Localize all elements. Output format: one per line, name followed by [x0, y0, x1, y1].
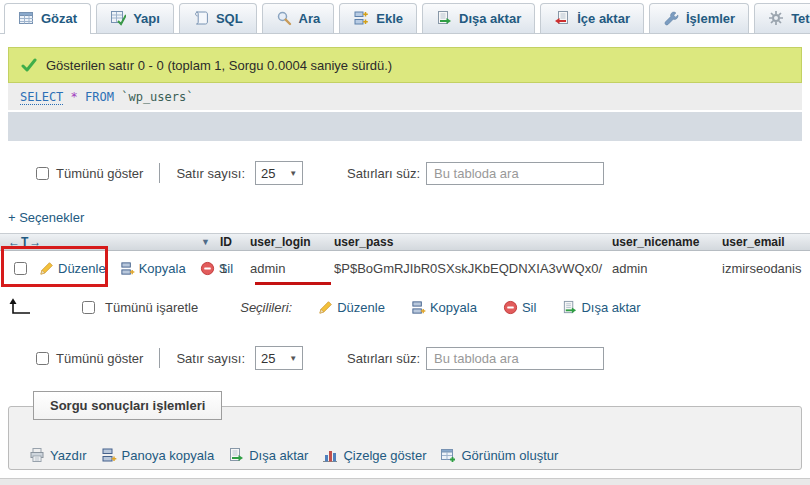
filter-rows-input-top[interactable] — [426, 162, 604, 185]
with-selected-label: Seçilileri: — [240, 300, 292, 315]
page-rows-label: Satır sayısı: — [176, 166, 245, 181]
copy-clipboard-link[interactable]: Panoya kopyala — [101, 447, 215, 463]
tab-structure[interactable]: Yapı — [96, 3, 174, 33]
check-all-checkbox[interactable] — [82, 301, 95, 314]
display-chart-label: Çizelge göster — [343, 448, 426, 463]
edit-row-link[interactable]: Düzenle — [39, 261, 106, 276]
bottom-controls: Tümünü göster Satır sayısı: 25 ▼ Satırla… — [36, 345, 810, 371]
header-user-login[interactable]: user_login — [250, 235, 334, 249]
triggers-icon — [768, 10, 784, 26]
create-view-link[interactable]: Görünüm oluştur — [440, 447, 558, 463]
with-selected-bar: Tümünü işaretle Seçilileri: Düzenle Kopy… — [8, 295, 810, 319]
show-all-checkbox-bottom[interactable]: Tümünü göster — [36, 351, 143, 366]
tab-label: Ekle — [376, 11, 403, 26]
sort-icon[interactable]: ▼ — [201, 237, 210, 247]
printer-icon — [29, 447, 45, 463]
options-toggle-link[interactable]: + Seçenekler — [8, 210, 84, 225]
tab-import[interactable]: İçe aktar — [540, 3, 644, 33]
tab-label: Tetikleyiciler — [791, 11, 810, 26]
show-all-checkbox-input[interactable] — [36, 167, 49, 180]
success-check-icon — [21, 57, 37, 73]
print-label: Yazdır — [50, 448, 87, 463]
success-text: Gösterilen satır 0 - 0 (toplam 1, Sorgu … — [46, 58, 392, 73]
page-size-select-bottom[interactable]: 25 ▼ — [255, 346, 303, 370]
filter-rows-label: Satırları süz: — [347, 166, 420, 181]
header-user-nicename[interactable]: user_nicename — [612, 235, 722, 249]
pencil-icon — [318, 300, 333, 315]
selected-export-label: Dışa aktar — [581, 300, 640, 315]
header-user-email[interactable]: user_email — [722, 235, 810, 249]
insert-icon — [353, 10, 369, 26]
chevron-down-icon: ▼ — [289, 354, 297, 363]
with-selected-arrow-icon — [8, 297, 32, 317]
selected-delete-link[interactable]: Sil — [503, 300, 536, 315]
show-all-label: Tümünü göster — [56, 351, 143, 366]
show-all-checkbox-input[interactable] — [36, 352, 49, 365]
page-size-value: 25 — [261, 166, 275, 181]
browse-icon — [18, 10, 34, 26]
display-chart-link[interactable]: Çizelge göster — [322, 447, 426, 463]
tab-label: İşlemler — [686, 11, 735, 26]
selected-copy-link[interactable]: Kopyala — [411, 300, 477, 315]
tab-sql[interactable]: SQL — [179, 3, 257, 33]
sql-from-keyword: FROM — [85, 90, 114, 104]
show-all-checkbox-top[interactable]: Tümünü göster — [36, 166, 143, 181]
success-message: Gösterilen satır 0 - 0 (toplam 1, Sorgu … — [8, 47, 802, 83]
operations-icon — [663, 10, 679, 26]
filter-rows-input-bottom[interactable] — [426, 347, 604, 370]
sql-select-link[interactable]: SELECT — [20, 90, 63, 105]
tab-operations[interactable]: İşlemler — [649, 3, 749, 33]
search-icon — [276, 10, 292, 26]
export-icon — [436, 10, 452, 26]
copy-icon — [411, 300, 426, 315]
copy-label: Kopyala — [139, 261, 186, 276]
column-arrows-link[interactable]: ←T→ — [8, 235, 42, 249]
tab-label: SQL — [216, 11, 243, 26]
tab-insert[interactable]: Ekle — [339, 3, 417, 33]
tab-browse[interactable]: Gözat — [4, 3, 91, 34]
header-id[interactable]: ID — [220, 235, 250, 249]
copy-icon — [101, 447, 117, 463]
create-view-icon — [440, 447, 456, 463]
print-link[interactable]: Yazdır — [29, 447, 87, 463]
create-view-label: Görünüm oluştur — [461, 448, 558, 463]
export-results-link[interactable]: Dışa aktar — [228, 447, 308, 463]
page-rows-label: Satır sayısı: — [176, 351, 245, 366]
cell-id: 1 — [220, 261, 250, 276]
sql-table-name: `wp_users` — [121, 90, 193, 104]
selected-edit-link[interactable]: Düzenle — [318, 300, 385, 315]
export-icon — [562, 300, 577, 315]
selected-edit-label: Düzenle — [337, 300, 385, 315]
show-all-label: Tümünü göster — [56, 166, 143, 181]
export-results-label: Dışa aktar — [249, 448, 308, 463]
sql-star: * — [71, 90, 78, 104]
cell-user-login: admin — [250, 261, 334, 276]
tab-triggers[interactable]: Tetikleyiciler — [754, 3, 810, 33]
cell-user-pass: $P$BoGmRJIbR0SXskJKbEQDNXIA3vWQx0/ — [334, 261, 612, 276]
cell-user-nicename: admin — [612, 261, 722, 276]
delete-icon — [503, 300, 518, 315]
page-size-select-top[interactable]: 25 ▼ — [255, 161, 303, 185]
table-row: Düzenle Kopyala Sil 1 admin $P$BoGmRJIbR… — [0, 251, 810, 286]
tab-export[interactable]: Dışa aktar — [422, 3, 535, 33]
delete-icon — [200, 261, 215, 276]
divider — [159, 348, 160, 368]
selected-export-link[interactable]: Dışa aktar — [562, 300, 640, 315]
tab-label: Ara — [299, 11, 321, 26]
tab-label: Gözat — [41, 11, 77, 26]
top-controls: Tümünü göster Satır sayısı: 25 ▼ Satırla… — [36, 160, 810, 186]
copy-clipboard-label: Panoya kopyala — [122, 448, 215, 463]
structure-icon — [110, 10, 126, 26]
export-icon — [228, 447, 244, 463]
row-checkbox[interactable] — [14, 262, 27, 275]
bottom-strip — [0, 478, 810, 485]
tab-search[interactable]: Ara — [262, 3, 335, 33]
check-all-label[interactable]: Tümünü işaretle — [105, 300, 198, 315]
divider — [159, 163, 160, 183]
copy-icon — [120, 261, 135, 276]
tab-label: Yapı — [133, 11, 160, 26]
selected-copy-label: Kopyala — [430, 300, 477, 315]
chevron-down-icon: ▼ — [289, 169, 297, 178]
copy-row-link[interactable]: Kopyala — [120, 261, 186, 276]
header-user-pass[interactable]: user_pass — [334, 235, 612, 249]
